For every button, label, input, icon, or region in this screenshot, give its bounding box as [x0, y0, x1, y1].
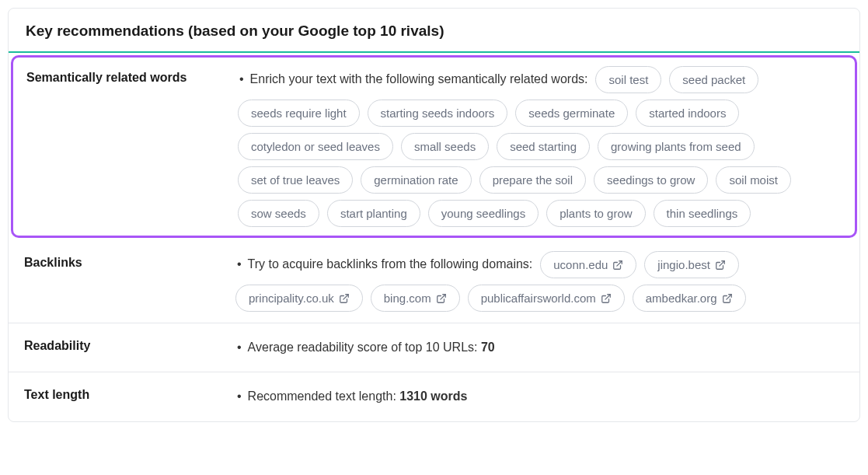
svg-line-0: [617, 260, 622, 265]
semantic-pill[interactable]: start planting: [327, 200, 420, 227]
svg-line-3: [440, 294, 444, 299]
backlink-pill-label: bing.com: [384, 290, 431, 306]
section-text-length: Text length Recommended text length: 131…: [9, 372, 859, 421]
external-link-icon: [722, 293, 733, 304]
backlink-pill-row: Try to acquire backlinks from the follow…: [235, 251, 849, 312]
semantic-pill[interactable]: germination rate: [361, 166, 471, 194]
backlink-pill-label: principality.co.uk: [249, 290, 334, 306]
svg-line-1: [720, 260, 724, 265]
semantic-pill[interactable]: seed starting: [497, 133, 590, 160]
backlink-pill[interactable]: ambedkar.org: [633, 285, 746, 312]
semantic-pill-row: Enrich your text with the following sema…: [238, 66, 846, 227]
section-content-textlength: Recommended text length: 1310 words: [235, 383, 849, 410]
semantic-pill[interactable]: thin seedlings: [654, 200, 751, 227]
semantic-pill[interactable]: sow seeds: [238, 200, 319, 227]
section-label-readability: Readability: [19, 334, 235, 353]
backlink-pill-label: uconn.edu: [553, 257, 608, 273]
semantic-pill[interactable]: seed packet: [669, 66, 758, 93]
section-backlinks: Backlinks Try to acquire backlinks from …: [9, 240, 859, 323]
textlength-value: 1310 words: [399, 389, 467, 403]
external-link-icon: [339, 293, 350, 304]
semantic-pill[interactable]: plants to grow: [546, 200, 645, 227]
textlength-lead: Recommended text length: 1310 words: [235, 383, 467, 410]
external-link-icon: [436, 293, 447, 304]
backlink-pill-label: jingio.best: [657, 257, 710, 273]
semantic-pill[interactable]: starting seeds indoors: [368, 100, 508, 127]
readability-line: Average readability score of top 10 URLs…: [235, 334, 849, 361]
semantic-pill[interactable]: seeds germinate: [515, 100, 628, 127]
backlink-pill[interactable]: principality.co.uk: [235, 285, 363, 312]
textlength-line: Recommended text length: 1310 words: [235, 383, 849, 410]
readability-lead: Average readability score of top 10 URLs…: [235, 334, 495, 361]
card-title: Key recommendations (based on your Googl…: [26, 23, 842, 40]
semantic-pill[interactable]: soil test: [595, 66, 661, 93]
semantic-pill[interactable]: prepare the soil: [479, 166, 586, 194]
semantic-pill[interactable]: soil moist: [716, 166, 791, 194]
backlink-pill[interactable]: publicaffairsworld.com: [468, 285, 625, 312]
svg-line-5: [726, 294, 730, 299]
external-link-icon: [612, 260, 623, 271]
section-semantic-words: Semantically related words Enrich your t…: [11, 55, 857, 238]
semantic-lead-text: Enrich your text with the following sema…: [238, 66, 587, 93]
semantic-pill[interactable]: started indoors: [636, 100, 739, 127]
semantic-pill[interactable]: growing plants from seed: [598, 133, 755, 160]
backlink-pill-label: publicaffairsworld.com: [481, 290, 596, 306]
svg-line-2: [343, 294, 348, 299]
external-link-icon: [715, 260, 726, 271]
section-label-backlinks: Backlinks: [19, 251, 235, 270]
backlink-pill[interactable]: jingio.best: [644, 251, 739, 278]
external-link-icon: [601, 293, 612, 304]
semantic-pill[interactable]: small seeds: [401, 133, 489, 160]
svg-line-4: [605, 294, 610, 299]
section-content-semantic: Enrich your text with the following sema…: [238, 66, 846, 227]
section-label-semantic: Semantically related words: [22, 66, 238, 85]
semantic-pill[interactable]: set of true leaves: [238, 166, 353, 194]
section-content-readability: Average readability score of top 10 URLs…: [235, 334, 849, 361]
semantic-pill[interactable]: cotyledon or seed leaves: [238, 133, 393, 160]
semantic-pill[interactable]: seeds require light: [238, 100, 360, 127]
section-label-textlength: Text length: [19, 383, 235, 402]
readability-value: 70: [481, 341, 495, 354]
semantic-pill[interactable]: young seedlings: [428, 200, 539, 227]
section-readability: Readability Average readability score of…: [9, 323, 859, 372]
backlink-pill-label: ambedkar.org: [646, 290, 717, 306]
backlink-pill[interactable]: uconn.edu: [540, 251, 636, 278]
section-content-backlinks: Try to acquire backlinks from the follow…: [235, 251, 849, 312]
recommendations-card: Key recommendations (based on your Googl…: [8, 8, 860, 422]
semantic-pill[interactable]: seedings to grow: [594, 166, 708, 194]
backlinks-lead-text: Try to acquire backlinks from the follow…: [235, 251, 532, 278]
card-header: Key recommendations (based on your Googl…: [9, 9, 859, 53]
backlink-pill[interactable]: bing.com: [371, 285, 460, 312]
